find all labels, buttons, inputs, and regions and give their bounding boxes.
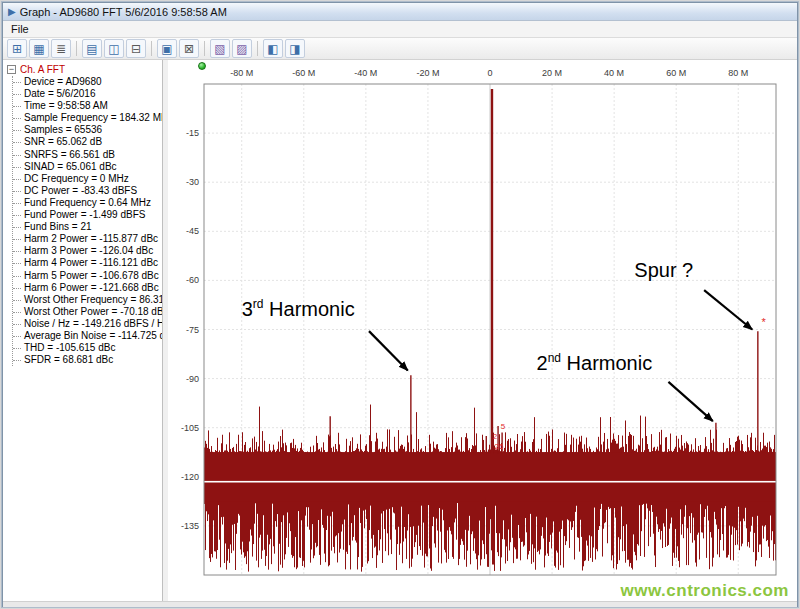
tree-root[interactable]: − Ch. A FFT [7,63,162,76]
select-region-icon: ▣ [161,42,172,56]
select-region-button[interactable]: ▣ [157,39,177,58]
svg-text:-60: -60 [186,275,199,285]
properties-button[interactable]: ≣ [51,39,71,58]
toolbar-separator [151,41,152,56]
tree-item[interactable]: Fund Frequency = 0.64 MHz [13,197,162,209]
svg-text:80 M: 80 M [728,68,748,78]
export-graph-button[interactable]: ⊞ [7,39,27,58]
tree-item[interactable]: SFDR = 68.681 dBc [13,354,162,366]
svg-text:26: 26 [495,442,504,451]
time-view-button[interactable]: ▨ [232,39,252,58]
export-graph-icon: ⊞ [12,42,22,56]
toolbar-separator [257,41,258,56]
tree-root-label: Ch. A FFT [20,64,65,75]
svg-text:20 M: 20 M [542,68,562,78]
svg-text:-15: -15 [186,128,199,138]
svg-text:-120: -120 [181,472,199,482]
svg-text:5: 5 [501,422,506,431]
svg-text:-30: -30 [186,177,199,187]
tree-item[interactable]: Worst Other Power = -70.18 dBFS [13,306,162,318]
tree-item[interactable]: SINAD = 65.061 dBc [13,161,162,173]
title-bar[interactable]: ▶ Graph - AD9680 FFT 5/6/2016 9:58:58 AM [3,3,797,21]
app-icon: ▶ [8,7,16,17]
fft-view-button[interactable]: ▧ [210,39,230,58]
dock-left-icon: ◧ [267,42,278,56]
print-button[interactable]: ⊟ [126,39,146,58]
clear-button[interactable]: ⊠ [179,39,199,58]
time-view-icon: ▨ [236,42,247,56]
watermark: www.cntronics.com [621,581,789,601]
status-led-icon [198,62,206,70]
svg-text:-135: -135 [181,521,199,531]
svg-text:-75: -75 [186,325,199,335]
svg-text:-105: -105 [181,423,199,433]
svg-text:60 M: 60 M [666,68,686,78]
svg-text:-90: -90 [186,374,199,384]
svg-text:Spur ?: Spur ? [634,259,693,281]
results-tree-panel: − Ch. A FFT Device = AD9680Date = 5/6/20… [3,60,163,601]
fft-chart: -15-30-45-60-75-90-105-120-135-80 M-60 M… [168,60,797,601]
tree-item[interactable]: Harm 2 Power = -115.877 dBc [13,233,162,245]
form-view-icon: ▤ [86,42,97,56]
window-title: Graph - AD9680 FFT 5/6/2016 9:58:58 AM [20,6,227,18]
bottom-strip [3,601,797,608]
tree-item[interactable]: Average Bin Noise = -114.725 dBFS [13,330,162,342]
tree-item[interactable]: Fund Power = -1.499 dBFS [13,209,162,221]
collapse-icon[interactable]: − [7,65,16,74]
svg-text:-45: -45 [186,226,199,236]
tree-items: Device = AD9680Date = 5/6/2016Time = 9:5… [12,76,162,366]
dock-left-button[interactable]: ◧ [263,39,283,58]
tree-item[interactable]: SNR = 65.062 dB [13,136,162,148]
tree-item[interactable]: Harm 6 Power = -121.668 dBc [13,282,162,294]
tree-item[interactable]: Time = 9:58:58 AM [13,100,162,112]
tree-item[interactable]: SNRFS = 66.561 dB [13,149,162,161]
tree-item[interactable]: DC Power = -83.43 dBFS [13,185,162,197]
svg-text:*: * [762,316,767,328]
menu-file[interactable]: File [3,22,37,36]
tree-item[interactable]: Harm 4 Power = -116.121 dBc [13,257,162,269]
svg-text:-40 M: -40 M [354,68,377,78]
svg-text:2: 2 [493,432,498,441]
svg-text:0: 0 [487,68,492,78]
tree-item[interactable]: Harm 5 Power = -106.678 dBc [13,270,162,282]
data-grid-button[interactable]: ▦ [29,39,49,58]
toolbar-separator [204,41,205,56]
dock-right-button[interactable]: ◨ [285,39,305,58]
main-area: − Ch. A FFT Device = AD9680Date = 5/6/20… [3,60,797,601]
tree-item[interactable]: Harm 3 Power = -126.04 dBc [13,245,162,257]
tree-item[interactable]: Worst Other Frequency = 86.31 MHz [13,294,162,306]
form-view-button[interactable]: ▤ [82,39,102,58]
tree-item[interactable]: Samples = 65536 [13,124,162,136]
save-button[interactable]: ◫ [104,39,124,58]
tree-item[interactable]: Sample Frequency = 184.32 MHz [13,112,162,124]
tree-item[interactable]: Device = AD9680 [13,76,162,88]
tree-item[interactable]: Noise / Hz = -149.216 dBFS / Hz [13,318,162,330]
toolbar: ⊞▦≣▤◫⊟▣⊠▧▨◧◨ [3,38,797,60]
app-window: ▶ Graph - AD9680 FFT 5/6/2016 9:58:58 AM… [2,2,798,607]
fft-view-icon: ▧ [214,42,225,56]
tree-item[interactable]: Date = 5/6/2016 [13,88,162,100]
dock-right-icon: ◨ [289,42,300,56]
plot-panel: -15-30-45-60-75-90-105-120-135-80 M-60 M… [168,60,797,601]
properties-icon: ≣ [56,42,66,56]
tree-item[interactable]: DC Frequency = 0 MHz [13,173,162,185]
data-grid-icon: ▦ [33,42,44,56]
svg-text:-20 M: -20 M [416,68,439,78]
print-icon: ⊟ [131,42,141,56]
svg-text:-80 M: -80 M [230,68,253,78]
svg-text:40 M: 40 M [604,68,624,78]
tree-item[interactable]: THD = -105.615 dBc [13,342,162,354]
clear-icon: ⊠ [184,42,194,56]
toolbar-separator [76,41,77,56]
tree-item[interactable]: Fund Bins = 21 [13,221,162,233]
save-icon: ◫ [108,42,119,56]
svg-text:-60 M: -60 M [292,68,315,78]
menu-bar: File [3,21,797,38]
